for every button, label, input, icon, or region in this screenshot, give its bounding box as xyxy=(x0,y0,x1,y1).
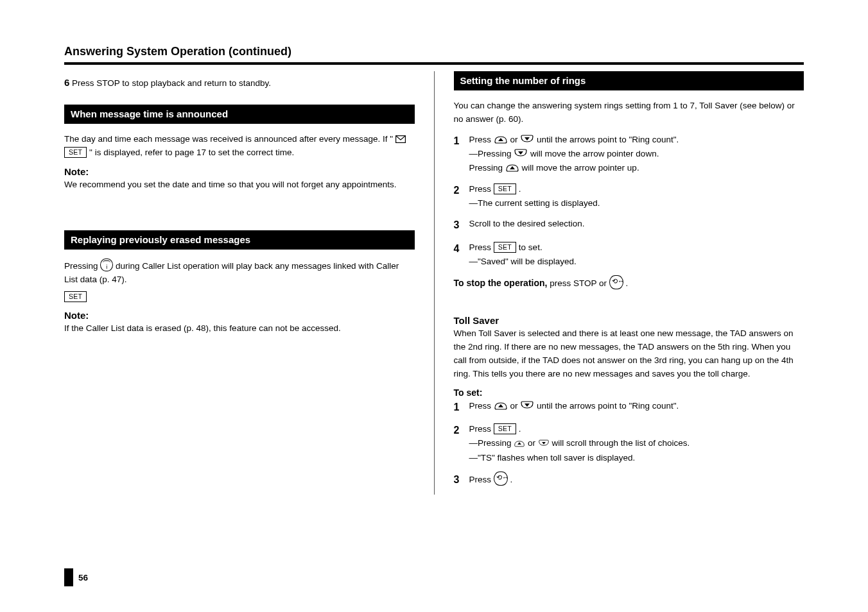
to-stop-line: To stop the operation, press STOP or ⟲↔ … xyxy=(454,275,804,291)
header: Answering System Operation (continued) xyxy=(64,45,804,65)
two-column-layout: 6 Press STOP to stop playback and return… xyxy=(64,71,804,495)
text-segment: Pressing xyxy=(469,163,505,173)
page-number: 56 xyxy=(78,573,88,582)
svg-marker-6 xyxy=(525,404,530,407)
arrow-down-icon xyxy=(520,401,534,410)
article-title-continued: Answering System Operation (continued) xyxy=(64,45,804,58)
text-segment: press STOP or xyxy=(550,278,609,288)
step-number: 1 xyxy=(454,399,469,416)
step-number: 3 xyxy=(454,472,469,488)
text-segment: Pressing xyxy=(64,261,100,271)
text-segment: or xyxy=(510,135,521,144)
note-label: Note: xyxy=(64,166,415,177)
step-6-line: 6 Press STOP to stop playback and return… xyxy=(64,75,415,90)
text-segment: Press xyxy=(469,242,494,252)
svg-marker-3 xyxy=(518,151,523,155)
inline-bold-label: To stop the operation, xyxy=(454,278,548,288)
text-segment: Press xyxy=(469,184,494,194)
step-item: 4 Press SET to set. —"Saved" will be dis… xyxy=(454,241,804,269)
text-segment: will scroll through the list of choices. xyxy=(552,438,690,448)
text-segment: during Caller List operation will play b… xyxy=(64,261,399,284)
arrow-down-icon xyxy=(514,149,528,158)
svg-marker-2 xyxy=(525,137,530,140)
step-item: 3 Press ⟲↔ . xyxy=(454,472,804,488)
right-column: Setting the number of rings You can chan… xyxy=(434,71,804,495)
step-body: Press SET . —Pressing or will scroll thr xyxy=(469,422,804,465)
text-segment: Press xyxy=(469,135,494,144)
page-root: Answering System Operation (continued) 6… xyxy=(0,0,868,612)
set-keycap: SET xyxy=(64,147,87,158)
step-item: 2 Press SET . —Pressing or xyxy=(454,422,804,465)
text-segment: will move the arrow pointer down. xyxy=(530,149,659,158)
text-segment: or xyxy=(510,401,521,411)
svg-marker-7 xyxy=(517,442,521,445)
step-body: Press ⟲↔ . xyxy=(469,472,804,488)
text-segment: Press xyxy=(469,475,494,484)
arrow-up-icon xyxy=(505,163,519,172)
section-heading-ring-count: Setting the number of rings xyxy=(454,71,804,90)
repeat-softkey-icon: ⟲↔ xyxy=(494,472,508,486)
set-keycap-line: SET xyxy=(64,291,415,304)
repeat-softkey-icon: ⟲↔ xyxy=(609,275,623,289)
text-segment: . xyxy=(519,424,521,434)
section-heading-message-time: When message time is announced xyxy=(64,105,415,124)
note-body: If the Caller List data is erased (p. 48… xyxy=(64,322,415,336)
page-number-block: 56 xyxy=(64,568,88,586)
step-item: 1 Press or until the arrows point to "Ri… xyxy=(454,399,804,416)
step-item: 1 Press or until the arrows point to "Ri… xyxy=(454,133,804,176)
arrow-up-icon xyxy=(494,401,508,410)
text-segment: Press xyxy=(469,401,494,411)
text-segment: . xyxy=(510,475,513,484)
section-heading-replay-erased: Replaying previously erased messages xyxy=(64,230,415,250)
step-body: Press or until the arrows point to "Ring… xyxy=(469,399,804,416)
step-number: 4 xyxy=(454,241,469,269)
message-time-paragraph: The day and time each message was receiv… xyxy=(64,133,415,160)
toll-saver-steps: 1 Press or until the arrows point to "Ri… xyxy=(454,399,804,489)
step-number: 2 xyxy=(454,182,469,211)
svg-marker-4 xyxy=(510,166,515,169)
step-body-text: Press STOP to stop playback and return t… xyxy=(69,78,271,88)
set-keycap: SET xyxy=(494,183,516,194)
set-keycap: SET xyxy=(494,242,516,253)
step-body: Press SET to set. —"Saved" will be displ… xyxy=(469,241,804,269)
arrow-down-icon xyxy=(538,439,550,449)
page-marker-bar xyxy=(64,568,73,586)
text-segment: —"TS" flashes when toll saver is display… xyxy=(469,453,636,463)
arrow-up-icon xyxy=(514,439,525,449)
text-segment: The day and time each message was receiv… xyxy=(64,134,393,144)
step-item: 3 Scroll to the desired selection. xyxy=(454,217,804,234)
step-item: 2 Press SET . —The current setting is di… xyxy=(454,182,804,211)
toll-saver-heading: Toll Saver xyxy=(454,315,804,326)
text-segment: until the arrows point to "Ring count". xyxy=(537,135,679,144)
note-body: We recommend you set the date and time s… xyxy=(64,178,415,192)
text-segment: —Pressing xyxy=(469,438,514,448)
step-body: Press or until the arrows point to "Ring… xyxy=(469,133,804,176)
text-segment: " is displayed, refer to page 17 to set … xyxy=(89,148,294,157)
step-number: 2 xyxy=(454,422,469,465)
heading-rule xyxy=(64,62,804,65)
text-segment: . xyxy=(519,184,521,194)
svg-marker-5 xyxy=(498,404,503,407)
text-segment: —The current setting is displayed. xyxy=(469,198,600,208)
replay-paragraph: Pressing i during Caller List operation … xyxy=(64,259,415,287)
step-number: 1 xyxy=(454,133,469,176)
envelope-icon xyxy=(395,135,406,144)
text-segment: will move the arrow pointer up. xyxy=(522,163,639,173)
text-segment: Press xyxy=(469,424,494,434)
text-segment: or xyxy=(528,438,538,448)
note-label: Note: xyxy=(64,310,415,321)
arrow-up-icon xyxy=(494,135,508,144)
to-set-label: To set: xyxy=(454,387,804,398)
step-body: Scroll to the desired selection. xyxy=(469,217,804,234)
arrow-down-icon xyxy=(520,135,534,144)
svg-marker-8 xyxy=(542,442,546,445)
text-segment: until the arrows point to "Ring count". xyxy=(537,401,679,411)
svg-marker-1 xyxy=(498,138,503,141)
text-segment: to set. xyxy=(519,242,542,252)
ring-count-desc: You can change the answering system ring… xyxy=(454,99,804,126)
set-keycap: SET xyxy=(494,423,516,434)
set-keycap: SET xyxy=(64,291,87,302)
left-column: 6 Press STOP to stop playback and return… xyxy=(64,71,435,495)
toll-saver-desc: When Toll Saver is selected and there is… xyxy=(454,327,804,381)
info-softkey-icon: i xyxy=(100,259,113,271)
